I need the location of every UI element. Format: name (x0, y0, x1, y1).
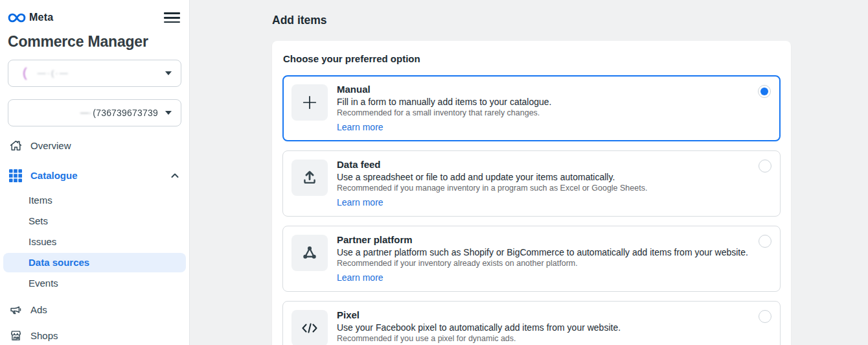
option-title: Manual (337, 83, 552, 95)
radio-manual[interactable] (758, 85, 771, 98)
sidebar-item-overview[interactable]: Overview (0, 133, 189, 159)
sidebar-item-label: Items (29, 195, 52, 206)
meta-logo-icon (8, 12, 26, 24)
option-manual[interactable]: Manual Fill in a form to manually add it… (282, 75, 781, 141)
radio-partner-platform[interactable] (759, 235, 771, 248)
plus-icon (291, 84, 328, 121)
learn-more-link[interactable]: Learn more (337, 272, 383, 283)
learn-more-link[interactable]: Learn more (337, 196, 383, 208)
option-title: Partner platform (337, 233, 748, 246)
main-content: Add items Choose your preferred option M… (190, 0, 868, 345)
code-icon (291, 310, 328, 345)
option-recommendation: Recommended if you use a pixel for dynam… (337, 333, 621, 344)
radio-data-feed[interactable] (759, 160, 771, 172)
sidebar: Meta Commerce Manager ( —·(·— —· (736739… (0, 0, 190, 345)
card-title: Choose your preferred option (283, 53, 781, 64)
option-partner-platform[interactable]: Partner platform Use a partner platform … (282, 226, 781, 292)
option-title: Data feed (337, 158, 647, 171)
option-title: Pixel (337, 309, 621, 321)
catalogue-submenu: Items Sets Issues Data sources Events (0, 190, 189, 294)
sidebar-item-shops[interactable]: Shops (0, 323, 189, 345)
option-recommendation: Recommended if your inventory already ex… (337, 258, 748, 268)
sidebar-item-label: Sets (29, 215, 48, 226)
redacted-smudge: —· (80, 108, 91, 117)
chevron-up-icon (170, 171, 180, 181)
home-icon (8, 139, 23, 153)
learn-more-link[interactable]: Learn more (337, 121, 383, 133)
options-card: Choose your preferred option Manual Fill… (272, 41, 791, 345)
catalogue-id-value: (736739673739 (93, 108, 158, 118)
option-description: Use your Facebook pixel to automatically… (337, 322, 621, 333)
sidebar-item-catalogue[interactable]: Catalogue (0, 163, 189, 189)
option-description: Fill in a form to manually add items to … (337, 96, 552, 108)
option-recommendation: Recommended for a small inventory that r… (337, 108, 552, 118)
sidebar-item-label: Issues (29, 236, 56, 247)
sidebar-item-data-sources[interactable]: Data sources (3, 253, 186, 272)
sidebar-header: Meta (0, 0, 189, 27)
sidebar-item-items[interactable]: Items (0, 190, 189, 211)
redacted-business-name: ( (23, 65, 27, 80)
megaphone-icon (8, 303, 23, 317)
network-icon (291, 235, 328, 271)
commerce-manager-app: Meta Commerce Manager ( —·(·— —· (736739… (0, 0, 868, 345)
radio-pixel[interactable] (759, 310, 771, 323)
sidebar-item-label: Shops (30, 330, 58, 341)
option-text: Partner platform Use a partner platform … (337, 233, 748, 283)
sidebar-item-label: Events (29, 278, 58, 289)
app-title: Commerce Manager (8, 33, 189, 51)
option-description: Use a partner platform such as Shopify o… (337, 246, 748, 258)
brand-name: Meta (29, 12, 53, 23)
upload-icon (291, 160, 328, 196)
sidebar-item-sets[interactable]: Sets (0, 211, 189, 232)
sidebar-item-issues[interactable]: Issues (0, 232, 189, 252)
sidebar-item-label: Overview (30, 140, 71, 151)
meta-brand: Meta (8, 12, 53, 24)
option-text: Manual Fill in a form to manually add it… (337, 83, 552, 133)
option-description: Use a spreadsheet or file to add and upd… (337, 171, 647, 183)
option-text: Data feed Use a spreadsheet or file to a… (337, 158, 647, 208)
chevron-down-icon (165, 111, 172, 115)
redacted-smudge: —·(·— (38, 68, 69, 78)
catalogue-selector[interactable]: —· (736739673739 (8, 99, 181, 126)
business-selector[interactable]: ( —·(·— (8, 60, 181, 87)
sidebar-item-label: Data sources (29, 257, 89, 268)
grid-icon (8, 169, 23, 183)
option-recommendation: Recommended if you manage inventory in a… (337, 183, 647, 193)
sidebar-item-label: Ads (30, 304, 47, 315)
sidebar-item-ads[interactable]: Ads (0, 297, 189, 323)
option-text: Pixel Use your Facebook pixel to automat… (337, 309, 621, 345)
sidebar-item-events[interactable]: Events (0, 273, 189, 294)
option-pixel[interactable]: Pixel Use your Facebook pixel to automat… (282, 301, 781, 345)
storefront-icon (8, 329, 23, 343)
page-title: Add items (272, 14, 868, 27)
chevron-down-icon (165, 71, 172, 75)
sidebar-item-label: Catalogue (30, 170, 78, 181)
hamburger-menu-icon[interactable] (164, 8, 180, 27)
option-data-feed[interactable]: Data feed Use a spreadsheet or file to a… (282, 150, 781, 217)
sidebar-nav: Overview Catalogue (0, 133, 189, 345)
